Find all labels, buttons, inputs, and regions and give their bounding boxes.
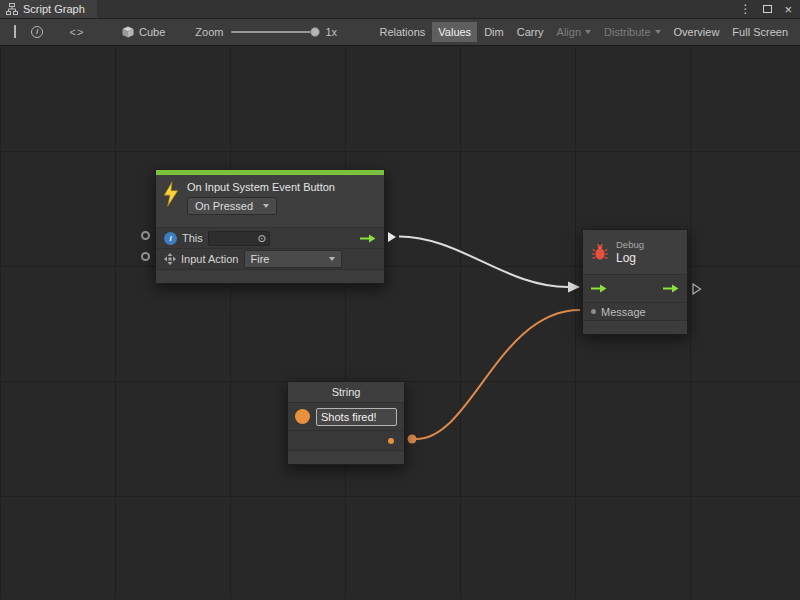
flow-input-arrow-icon[interactable]	[591, 283, 607, 294]
tab-label: Script Graph	[23, 3, 85, 15]
zoom-label: Zoom	[195, 26, 223, 38]
message-input-port[interactable]	[591, 309, 596, 314]
tab-script-graph[interactable]: Script Graph	[0, 0, 97, 18]
chevron-down-icon	[263, 204, 269, 208]
this-input-port[interactable]	[141, 231, 150, 240]
string-value-row: Shots fired!	[288, 402, 404, 430]
this-row: i This ⊙	[156, 227, 384, 248]
wire-trigger-arrowhead	[568, 282, 580, 293]
event-node-title: On Input System Event Button	[187, 181, 335, 193]
graph-canvas[interactable]: On Input System Event Button On Pressed …	[0, 46, 800, 599]
script-graph-icon	[6, 3, 18, 15]
input-action-label: Input Action	[181, 253, 239, 265]
code-icon[interactable]: <>	[66, 22, 88, 43]
debug-node-header: Debug Log	[583, 230, 687, 274]
btn-carry[interactable]: Carry	[511, 22, 550, 42]
toolbar-buttons: Relations Values Dim Carry Align Distrib…	[373, 22, 796, 42]
zoom-slider[interactable]	[231, 31, 317, 33]
btn-overview[interactable]: Overview	[668, 22, 726, 42]
trigger-output-port[interactable]	[388, 232, 396, 242]
message-row: Message	[583, 302, 687, 320]
btn-align[interactable]: Align	[551, 22, 597, 42]
zoom-value: 1x	[325, 26, 337, 38]
chevron-down-icon	[655, 30, 661, 34]
info-icon[interactable]: i	[26, 22, 48, 43]
event-node-header: On Input System Event Button On Pressed	[156, 175, 384, 227]
wire-trigger	[399, 237, 568, 288]
this-label: This	[182, 232, 203, 244]
debug-node-category: Debug	[616, 239, 644, 250]
wire-message	[416, 310, 580, 439]
event-node-footer	[156, 269, 384, 283]
window-controls: ⋮ ×	[731, 0, 800, 18]
string-node-title: String	[332, 386, 361, 398]
lock-icon[interactable]	[4, 22, 26, 43]
titlebar: Script Graph ⋮ ×	[0, 0, 800, 19]
debug-node-title: Log	[616, 251, 644, 265]
lightning-icon	[162, 181, 180, 207]
graph-toolbar: i <> Cube Zoom 1x Relations Values Dim C…	[0, 19, 800, 46]
string-icon	[295, 409, 310, 424]
input-action-input-port[interactable]	[141, 252, 150, 261]
btn-distribute[interactable]: Distribute	[598, 22, 666, 42]
maximize-icon[interactable]	[763, 5, 772, 13]
chevron-down-icon	[585, 30, 591, 34]
cube-icon	[122, 26, 134, 38]
string-value-field[interactable]: Shots fired!	[316, 408, 397, 426]
string-node-header: String	[288, 382, 404, 402]
debug-node-footer	[583, 320, 687, 334]
flow-output-port[interactable]	[692, 283, 702, 295]
btn-fullscreen[interactable]: Full Screen	[726, 22, 794, 42]
trigger-output-arrow-icon	[360, 233, 376, 244]
target-picker-icon[interactable]: ⊙	[257, 233, 265, 244]
bug-icon	[591, 243, 609, 261]
on-pressed-dropdown[interactable]: On Pressed	[187, 197, 277, 215]
message-label: Message	[601, 306, 646, 318]
node-string[interactable]: String Shots fired!	[287, 381, 405, 465]
zoom-knob[interactable]	[310, 27, 320, 37]
close-icon[interactable]: ×	[784, 3, 792, 16]
btn-values[interactable]: Values	[432, 22, 477, 42]
node-debug-log[interactable]: Debug Log Message	[582, 229, 688, 335]
string-node-footer	[288, 450, 404, 464]
btn-relations[interactable]: Relations	[373, 22, 431, 42]
input-action-icon	[164, 253, 176, 265]
this-icon: i	[164, 232, 177, 245]
string-port-row	[288, 430, 404, 450]
chevron-down-icon	[329, 257, 335, 261]
flow-output-arrow-icon[interactable]	[663, 283, 679, 294]
node-on-input-system-event-button[interactable]: On Input System Event Button On Pressed …	[155, 169, 385, 284]
target-name: Cube	[139, 26, 165, 38]
fire-dropdown[interactable]: Fire	[244, 250, 342, 268]
string-output-dot[interactable]	[388, 438, 394, 444]
btn-dim[interactable]: Dim	[478, 22, 510, 42]
string-output-port[interactable]	[408, 435, 417, 444]
graph-target[interactable]: Cube	[122, 26, 165, 38]
this-object-field[interactable]: ⊙	[208, 231, 270, 246]
window-menu-icon[interactable]: ⋮	[739, 2, 751, 16]
zoom-control: Zoom 1x	[195, 26, 337, 38]
debug-flow-row	[583, 274, 687, 302]
input-action-row: Input Action Fire	[156, 248, 384, 269]
